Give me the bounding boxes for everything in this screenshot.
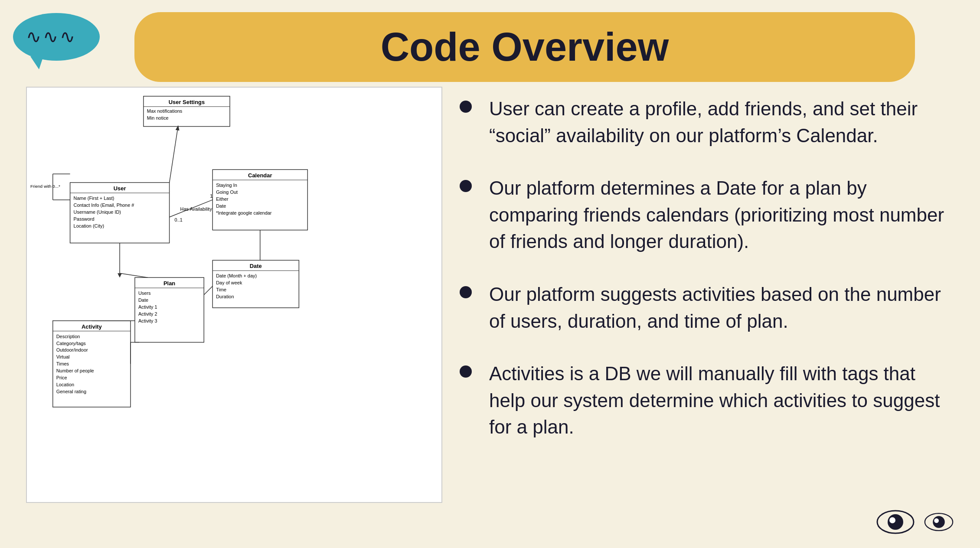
bullets-container: User can create a profile, add friends, … [460, 95, 954, 513]
svg-text:0..1: 0..1 [175, 217, 183, 222]
svg-text:Calendar: Calendar [248, 172, 272, 179]
bullet-text-3: Our platform suggests activities based o… [489, 281, 954, 334]
svg-marker-60 [118, 273, 122, 277]
svg-text:Users: Users [138, 290, 151, 296]
svg-text:Outdoor/indoor: Outdoor/indoor [56, 347, 88, 352]
svg-point-68 [889, 517, 895, 523]
svg-text:Going Out: Going Out [216, 189, 238, 195]
svg-text:Max notifications: Max notifications [147, 108, 183, 114]
svg-text:User Settings: User Settings [169, 99, 205, 105]
eye-icon-left [876, 509, 915, 535]
svg-point-71 [934, 519, 939, 523]
erd-diagram: User Settings Max notifications Min noti… [26, 87, 442, 503]
svg-text:Location (City): Location (City) [74, 223, 105, 228]
bullet-item-3: Our platform suggests activities based o… [460, 281, 954, 334]
speech-bubble-body: ∿∿∿ [13, 13, 100, 61]
svg-text:Activity 3: Activity 3 [138, 318, 157, 323]
svg-text:1: 1 [210, 193, 212, 199]
svg-text:Activity 1: Activity 1 [138, 304, 157, 310]
title-banner: Code Overview [134, 12, 915, 82]
svg-text:Time: Time [216, 287, 226, 292]
bullet-item-2: Our platform determines a Date for a pla… [460, 175, 954, 255]
svg-text:Virtual: Virtual [56, 354, 70, 359]
svg-text:Number of people: Number of people [56, 368, 94, 373]
eye-icons [876, 509, 954, 535]
svg-text:Day of week: Day of week [216, 280, 242, 285]
svg-text:Duration: Duration [216, 294, 234, 299]
svg-text:Min notice: Min notice [147, 115, 169, 121]
svg-line-59 [120, 273, 148, 277]
svg-line-48 [170, 127, 178, 183]
svg-text:Date: Date [216, 203, 226, 209]
bullet-dot-2 [460, 180, 472, 192]
svg-text:Activity: Activity [82, 323, 102, 330]
svg-text:Category/tags: Category/tags [56, 341, 86, 346]
speech-bubble-tail [30, 56, 43, 69]
svg-rect-28 [135, 277, 204, 342]
svg-text:Date (Month + day): Date (Month + day) [216, 273, 257, 278]
svg-text:Times: Times [56, 361, 69, 366]
svg-line-65 [204, 286, 212, 295]
svg-text:User: User [114, 185, 126, 192]
svg-text:Plan: Plan [163, 280, 175, 287]
speech-bubble-squiggle: ∿∿∿ [26, 26, 77, 47]
erd-svg: User Settings Max notifications Min noti… [27, 88, 441, 502]
svg-text:Friend with 0...*: Friend with 0...* [30, 184, 60, 189]
svg-text:Username (Unique ID): Username (Unique ID) [74, 209, 121, 215]
bullet-text-2: Our platform determines a Date for a pla… [489, 175, 954, 255]
svg-text:General rating: General rating [56, 389, 86, 394]
bullet-text-1: User can create a profile, add friends, … [489, 95, 954, 149]
svg-text:Date: Date [138, 297, 148, 303]
bullet-dot-3 [460, 286, 472, 298]
svg-text:Password: Password [74, 216, 95, 222]
svg-text:Activity 2: Activity 2 [138, 311, 157, 316]
svg-text:Location: Location [56, 382, 74, 387]
svg-text:*Integrate google calendar: *Integrate google calendar [216, 210, 272, 215]
bullet-item-4: Activities is a DB we will manually fill… [460, 360, 954, 440]
svg-text:Price: Price [56, 375, 67, 380]
page-title: Code Overview [160, 24, 889, 70]
svg-text:Has Availability: Has Availability [180, 206, 212, 212]
svg-text:Staying In: Staying In [216, 183, 237, 188]
svg-text:Name (First + Last): Name (First + Last) [74, 196, 114, 201]
svg-text:Date: Date [250, 263, 262, 269]
bullet-text-4: Activities is a DB we will manually fill… [489, 360, 954, 440]
bullet-dot-4 [460, 365, 472, 378]
bullet-item-1: User can create a profile, add friends, … [460, 95, 954, 149]
eye-icon-right [924, 512, 954, 532]
bullet-dot-1 [460, 101, 472, 113]
svg-text:Description: Description [56, 334, 80, 339]
svg-text:Contact Info (Email, Phone #: Contact Info (Email, Phone # [74, 202, 135, 208]
svg-text:Either: Either [216, 196, 229, 202]
speech-bubble: ∿∿∿ [13, 13, 100, 69]
